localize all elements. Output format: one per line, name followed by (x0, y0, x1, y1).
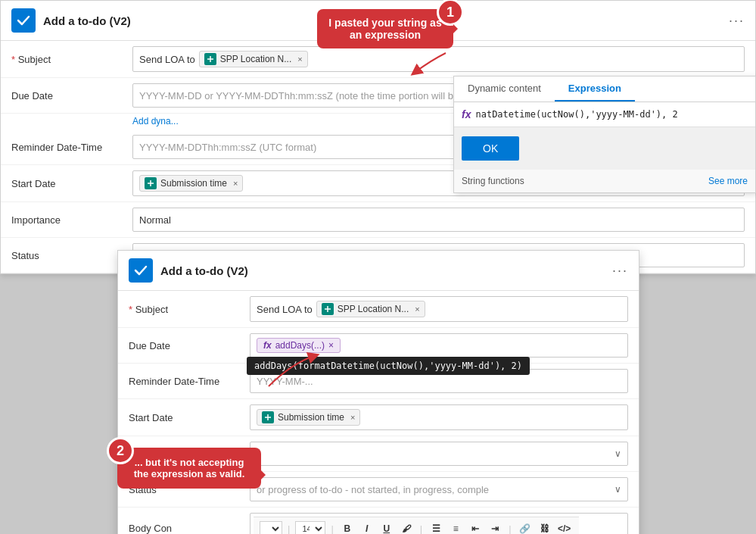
ok-area: OK (454, 127, 755, 170)
paint-button[interactable]: 🖌 (398, 520, 415, 534)
status-label: Status (11, 250, 132, 261)
link-button[interactable]: 🔗 (517, 520, 534, 534)
importance-value: Normal (139, 214, 171, 226)
tab-dynamic-content[interactable]: Dynamic content (454, 77, 555, 101)
importance-chevron-icon: ∨ (614, 448, 621, 459)
bottom-panel-title: Add a to-do (V2) (160, 264, 248, 277)
b-reminder-label: Reminder Date-Time (129, 376, 250, 387)
callout-1-text: I pasted your string as an expression (328, 17, 441, 41)
fx-chip-close[interactable]: × (328, 340, 334, 351)
panel-icon (11, 8, 36, 33)
b-subject-token-close[interactable]: × (415, 304, 419, 314)
top-panel-title: Add a to-do (V2) (43, 14, 131, 27)
toolbar-separator-3: | (420, 523, 422, 535)
b-subject-token-chip[interactable]: SPP Location N... × (316, 301, 425, 317)
b-bodycontent-field[interactable]: | 14 | B I U 🖌 | ☰ ≡ ⇤ ⇥ | 🔗 ⛓ </> (250, 513, 628, 534)
subject-token-close[interactable]: × (297, 55, 302, 64)
b-importance-field[interactable]: ∨ (250, 442, 628, 466)
b-startdate-token-text: Submission time (278, 412, 344, 423)
font-select[interactable] (260, 521, 282, 534)
underline-button[interactable]: U (378, 520, 395, 534)
b-startdate-label: Start Date (129, 412, 250, 423)
expr-tabs: Dynamic content Expression (454, 77, 755, 102)
b-subject-label: Subject (129, 304, 250, 315)
arrow-2 (261, 348, 322, 394)
code-button[interactable]: </> (556, 520, 573, 534)
b-startdate-token-icon (262, 411, 274, 423)
duedate-placeholder: YYYY-MM-DD or YYYY-MM-DDThh:mm:ssZ (note… (139, 90, 474, 101)
header-left: Add a to-do (V2) (11, 8, 131, 33)
italic-button[interactable]: I (359, 520, 375, 534)
startdate-token-close[interactable]: × (233, 179, 238, 188)
bottom-panel-icon (129, 258, 153, 283)
callout-bubble-2: 2 ... but it's not accepting the express… (117, 448, 261, 489)
subject-text: Send LOA to (139, 54, 195, 65)
b-bodycontent-row: Body Con | 14 | B I U 🖌 | ☰ ≡ ⇤ ⇥ (118, 507, 639, 534)
badge-2: 2 (107, 437, 134, 464)
b-startdate-token-chip[interactable]: Submission time × (257, 409, 360, 426)
indent-left-button[interactable]: ⇤ (467, 520, 484, 534)
reminder-placeholder: YYYY-MM-DDThh:mm:ssZ (UTC format) (139, 142, 316, 153)
toolbar-separator: | (288, 523, 290, 535)
bottom-header-left: Add a to-do (V2) (129, 258, 248, 283)
b-duedate-label: Due Date (129, 340, 250, 351)
subject-token-chip[interactable]: SPP Location N... × (199, 51, 308, 67)
subject-token-text: SPP Location N... (220, 54, 292, 64)
toolbar-separator-4: | (509, 523, 511, 535)
b-subject-field[interactable]: Send LOA to SPP Location N... × (250, 296, 628, 322)
importance-row: Importance Normal (1, 202, 755, 238)
bottom-panel: Add a to-do (V2) ··· Subject Send LOA to… (117, 250, 639, 534)
b-subject-token-text: SPP Location N... (338, 304, 409, 314)
tab-expression[interactable]: Expression (555, 77, 635, 101)
b-subject-text: Send LOA to (257, 304, 313, 315)
startdate-token-chip[interactable]: Submission time × (139, 175, 243, 192)
expression-panel: Dynamic content Expression fx natDatetim… (453, 76, 756, 193)
b-bodycontent-label: Body Con (129, 523, 250, 534)
expr-text[interactable]: natDatetime(uctNow(),'yyyy-MM-dd'), 2 (475, 109, 748, 120)
callout-bubble-1: 1 I pasted your string as an expression (317, 9, 453, 48)
unlink-button[interactable]: ⛓ (537, 520, 553, 534)
bottom-panel-menu[interactable]: ··· (612, 263, 628, 279)
token-icon (204, 53, 216, 65)
expr-input-area: fx natDatetime(uctNow(),'yyyy-MM-dd'), 2 (454, 102, 755, 127)
ok-button[interactable]: OK (462, 136, 519, 161)
arrow-1 (408, 45, 453, 76)
importance-field[interactable]: Normal (132, 208, 745, 232)
bold-button[interactable]: B (339, 520, 356, 534)
b-duedate-row: Due Date fx addDays(...) × addDays(forma… (118, 328, 639, 364)
subject-label: Subject (11, 54, 132, 65)
string-functions-label: String functions (462, 176, 524, 186)
b-token-icon (322, 303, 334, 315)
startdate-label: Start Date (11, 178, 132, 189)
top-panel-menu[interactable]: ··· (729, 13, 745, 29)
expr-footer: String functions See more (454, 170, 755, 192)
toolbar-separator-2: | (331, 523, 333, 535)
startdate-token-text: Submission time (160, 178, 227, 189)
bottom-panel-header: Add a to-do (V2) ··· (118, 251, 639, 291)
list-ol-button[interactable]: ≡ (447, 520, 464, 534)
reminder-label: Reminder Date-Time (11, 142, 132, 153)
body-toolbar: | 14 | B I U 🖌 | ☰ ≡ ⇤ ⇥ | 🔗 ⛓ </> (254, 517, 579, 534)
b-startdate-token-close[interactable]: × (350, 413, 355, 422)
font-size-select[interactable]: 14 (295, 521, 325, 534)
duedate-label: Due Date (11, 90, 132, 101)
indent-right-button[interactable]: ⇥ (487, 520, 503, 534)
list-ul-button[interactable]: ☰ (428, 520, 444, 534)
startdate-token-icon (145, 177, 157, 189)
b-startdate-field[interactable]: Submission time × (250, 404, 628, 430)
add-dynamic-link[interactable]: Add dyna... (132, 116, 179, 126)
b-startdate-row: Start Date Submission time × (118, 399, 639, 436)
importance-label: Importance (11, 214, 132, 226)
b-status-field[interactable]: or progress of to-do - not started, in p… (250, 477, 628, 501)
see-more-link[interactable]: See more (708, 176, 748, 186)
fx-label: fx (462, 108, 471, 120)
callout-2-text: ... but it's not accepting the expressio… (134, 457, 245, 479)
b-subject-row: Subject Send LOA to SPP Location N... × (118, 291, 639, 328)
status-chevron-icon: ∨ (614, 484, 621, 495)
b-status-placeholder: or progress of to-do - not started, in p… (257, 484, 489, 495)
